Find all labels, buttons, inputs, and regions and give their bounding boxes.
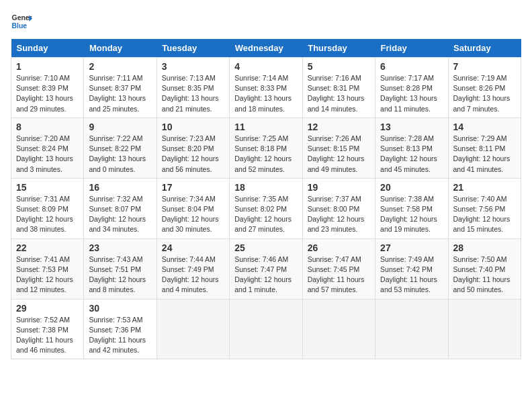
table-row: 25Sunrise: 7:46 AMSunset: 7:47 PMDayligh… [230,238,302,299]
day-number: 25 [234,242,297,253]
calendar-week-row: 22Sunrise: 7:41 AMSunset: 7:53 PMDayligh… [11,238,521,299]
table-row: 6Sunrise: 7:17 AMSunset: 8:28 PMDaylight… [375,58,448,118]
table-row: 20Sunrise: 7:38 AMSunset: 7:58 PMDayligh… [375,178,448,238]
day-info: Sunrise: 7:10 AMSunset: 8:39 PMDaylight:… [16,73,79,114]
day-number: 3 [162,61,224,72]
day-number: 9 [89,122,151,132]
day-info: Sunrise: 7:47 AMSunset: 7:45 PMDaylight:… [308,255,370,295]
day-number: 24 [162,242,224,253]
day-info: Sunrise: 7:31 AMSunset: 8:09 PMDaylight:… [16,194,79,235]
day-info: Sunrise: 7:43 AMSunset: 7:51 PMDaylight:… [89,255,151,295]
table-row: 27Sunrise: 7:49 AMSunset: 7:42 PMDayligh… [375,238,448,299]
table-row [157,299,229,359]
day-info: Sunrise: 7:23 AMSunset: 8:20 PMDaylight:… [162,134,224,175]
table-row: 15Sunrise: 7:31 AMSunset: 8:09 PMDayligh… [11,178,84,238]
day-info: Sunrise: 7:19 AMSunset: 8:26 PMDaylight:… [453,73,516,114]
day-info: Sunrise: 7:17 AMSunset: 8:28 PMDaylight:… [380,73,443,114]
table-row: 23Sunrise: 7:43 AMSunset: 7:51 PMDayligh… [84,238,157,299]
table-row [375,299,448,359]
table-row: 22Sunrise: 7:41 AMSunset: 7:53 PMDayligh… [11,238,84,299]
table-row [230,299,302,359]
table-row: 9Sunrise: 7:22 AMSunset: 8:22 PMDaylight… [84,118,157,178]
weekday-header-row: SundayMondayTuesdayWednesdayThursdayFrid… [11,39,521,58]
table-row [302,299,375,359]
day-info: Sunrise: 7:13 AMSunset: 8:35 PMDaylight:… [162,73,224,114]
day-number: 22 [16,242,79,253]
day-info: Sunrise: 7:38 AMSunset: 7:58 PMDaylight:… [380,194,443,235]
day-info: Sunrise: 7:35 AMSunset: 8:02 PMDaylight:… [234,194,297,235]
day-info: Sunrise: 7:40 AMSunset: 7:56 PMDaylight:… [453,194,516,235]
table-row: 7Sunrise: 7:19 AMSunset: 8:26 PMDaylight… [448,58,521,118]
weekday-header-monday: Monday [84,39,157,58]
table-row: 8Sunrise: 7:20 AMSunset: 8:24 PMDaylight… [11,118,84,178]
calendar-week-row: 1Sunrise: 7:10 AMSunset: 8:39 PMDaylight… [11,58,521,118]
day-number: 6 [380,61,443,72]
table-row [448,299,521,359]
table-row: 29Sunrise: 7:52 AMSunset: 7:38 PMDayligh… [11,299,84,359]
table-row: 28Sunrise: 7:50 AMSunset: 7:40 PMDayligh… [448,238,521,299]
day-number: 28 [453,242,516,253]
day-number: 8 [16,122,79,132]
page-header: General Blue [11,11,521,32]
day-info: Sunrise: 7:20 AMSunset: 8:24 PMDaylight:… [16,134,79,175]
day-info: Sunrise: 7:53 AMSunset: 7:36 PMDaylight:… [89,315,151,356]
day-info: Sunrise: 7:26 AMSunset: 8:15 PMDaylight:… [308,134,370,175]
calendar-week-row: 15Sunrise: 7:31 AMSunset: 8:09 PMDayligh… [11,178,521,238]
table-row: 30Sunrise: 7:53 AMSunset: 7:36 PMDayligh… [84,299,157,359]
day-number: 17 [162,182,224,193]
day-info: Sunrise: 7:49 AMSunset: 7:42 PMDaylight:… [380,255,443,295]
table-row: 17Sunrise: 7:34 AMSunset: 8:04 PMDayligh… [157,178,229,238]
day-number: 23 [89,242,151,253]
day-number: 27 [380,242,443,253]
table-row: 16Sunrise: 7:32 AMSunset: 8:07 PMDayligh… [84,178,157,238]
day-number: 14 [453,122,516,132]
day-number: 4 [234,61,297,72]
day-info: Sunrise: 7:16 AMSunset: 8:31 PMDaylight:… [308,73,370,114]
table-row: 13Sunrise: 7:28 AMSunset: 8:13 PMDayligh… [375,118,448,178]
day-info: Sunrise: 7:41 AMSunset: 7:53 PMDaylight:… [16,255,79,295]
day-info: Sunrise: 7:14 AMSunset: 8:33 PMDaylight:… [234,73,297,114]
table-row: 2Sunrise: 7:11 AMSunset: 8:37 PMDaylight… [84,58,157,118]
day-number: 13 [380,122,443,132]
table-row: 4Sunrise: 7:14 AMSunset: 8:33 PMDaylight… [230,58,302,118]
day-number: 2 [89,61,151,72]
calendar-table: SundayMondayTuesdayWednesdayThursdayFrid… [11,39,521,359]
logo-icon: General Blue [11,11,32,32]
table-row: 11Sunrise: 7:25 AMSunset: 8:18 PMDayligh… [230,118,302,178]
day-number: 21 [453,182,516,193]
table-row: 19Sunrise: 7:37 AMSunset: 8:00 PMDayligh… [302,178,375,238]
table-row: 24Sunrise: 7:44 AMSunset: 7:49 PMDayligh… [157,238,229,299]
table-row: 26Sunrise: 7:47 AMSunset: 7:45 PMDayligh… [302,238,375,299]
weekday-header-wednesday: Wednesday [230,39,302,58]
day-info: Sunrise: 7:52 AMSunset: 7:38 PMDaylight:… [16,315,79,356]
day-info: Sunrise: 7:32 AMSunset: 8:07 PMDaylight:… [89,194,151,235]
day-info: Sunrise: 7:50 AMSunset: 7:40 PMDaylight:… [453,255,516,295]
day-info: Sunrise: 7:22 AMSunset: 8:22 PMDaylight:… [89,134,151,175]
day-info: Sunrise: 7:29 AMSunset: 8:11 PMDaylight:… [453,134,516,175]
weekday-header-tuesday: Tuesday [157,39,229,58]
day-info: Sunrise: 7:37 AMSunset: 8:00 PMDaylight:… [308,194,370,235]
day-number: 5 [308,61,370,72]
table-row: 14Sunrise: 7:29 AMSunset: 8:11 PMDayligh… [448,118,521,178]
weekday-header-sunday: Sunday [11,39,84,58]
day-number: 30 [89,303,151,314]
weekday-header-saturday: Saturday [448,39,521,58]
logo: General Blue [11,11,32,32]
table-row: 21Sunrise: 7:40 AMSunset: 7:56 PMDayligh… [448,178,521,238]
day-number: 10 [162,122,224,132]
day-info: Sunrise: 7:28 AMSunset: 8:13 PMDaylight:… [380,134,443,175]
day-number: 20 [380,182,443,193]
day-info: Sunrise: 7:25 AMSunset: 8:18 PMDaylight:… [234,134,297,175]
day-number: 18 [234,182,297,193]
table-row: 1Sunrise: 7:10 AMSunset: 8:39 PMDaylight… [11,58,84,118]
day-number: 15 [16,182,79,193]
day-number: 1 [16,61,79,72]
table-row: 3Sunrise: 7:13 AMSunset: 8:35 PMDaylight… [157,58,229,118]
day-number: 16 [89,182,151,193]
day-number: 19 [308,182,370,193]
calendar-week-row: 29Sunrise: 7:52 AMSunset: 7:38 PMDayligh… [11,299,521,359]
table-row: 10Sunrise: 7:23 AMSunset: 8:20 PMDayligh… [157,118,229,178]
svg-text:Blue: Blue [12,22,28,30]
day-info: Sunrise: 7:34 AMSunset: 8:04 PMDaylight:… [162,194,224,235]
table-row: 18Sunrise: 7:35 AMSunset: 8:02 PMDayligh… [230,178,302,238]
